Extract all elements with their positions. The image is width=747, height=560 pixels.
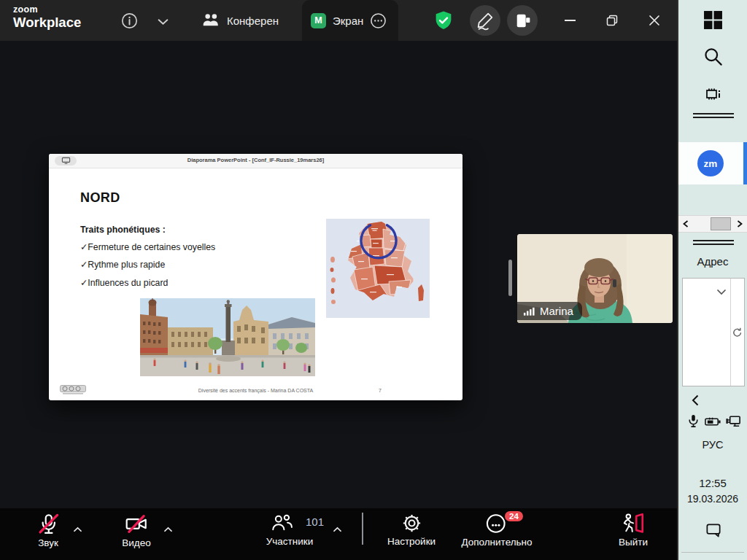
side-panel-icon [513,11,533,31]
participants-label: Участники [266,536,314,547]
dropdown-chevron-button[interactable] [152,11,174,33]
tray-expand-chevron[interactable] [687,392,703,408]
more-label: Дополнительно [461,537,532,548]
annotate-button[interactable] [470,5,500,36]
leave-label: Выйти [619,537,648,548]
restore-button[interactable] [600,10,624,31]
windows-logo-icon [703,10,723,30]
settings-label: Настройки [387,536,436,547]
task-view-button[interactable] [703,84,724,104]
france-regions-map [326,219,430,318]
zoom-app-icon: zm [697,150,724,176]
tab-screen-label: Экран [333,15,363,27]
settings-icon [400,512,423,534]
zoom-workplace-logo: zoom Workplace [13,5,81,29]
tray-network-icon[interactable] [725,414,742,429]
refresh-icon[interactable] [732,327,743,338]
shield-check-icon [433,10,454,31]
close-icon [649,15,660,26]
slide-subheading: Traits phonétiques : [80,225,166,235]
participants-icon [269,512,295,534]
security-shield-button[interactable] [433,9,454,31]
address-toolbar-label: Адрес [678,255,747,268]
powerpoint-window-title: Diaporama PowerPoint - [Conf_IF-Russie_1… [49,157,462,163]
settings-button[interactable]: Настройки [371,512,452,547]
address-dropdown-chevron[interactable] [716,289,727,295]
chevron-down-icon [158,18,169,26]
audio-options-caret[interactable] [73,522,82,535]
video-strip-scrollbar[interactable] [508,260,512,296]
leave-icon [621,512,646,535]
participants-count: 101 [306,516,324,528]
address-input-box[interactable] [682,278,745,386]
slide-page-number: 7 [379,388,382,393]
tab-avatar: M [311,13,326,28]
participant-nametag: Marina [517,302,582,320]
tray-microphone-icon[interactable] [686,413,701,429]
annotate-icon [476,11,495,31]
info-icon [120,12,139,30]
minimize-button[interactable] [557,10,582,31]
slide-title: NORD [80,190,120,206]
search-icon [703,46,724,67]
leave-button[interactable]: Выйти [593,512,673,548]
tray-battery-icon[interactable] [705,416,721,427]
lille-square-photo [140,298,315,376]
taskbar-separator [693,244,734,245]
taskbar-separator [693,113,734,114]
bullet-1: ✓Fermeture de certaines voyelles [80,238,215,256]
zoom-app-taskbar-button[interactable]: zm [678,142,747,184]
window-title-bar: zoom Workplace Конферен [0,0,677,41]
tab-screen-share[interactable]: M Экран [302,0,398,41]
taskbar-separator [693,240,734,241]
signal-icon [523,306,535,316]
more-button[interactable]: Дополнительно [457,512,537,548]
zoom-meeting-screen: zoom Workplace Конферен [0,0,747,560]
task-view-icon [704,85,723,104]
clock-time[interactable]: 12:55 [678,477,747,489]
scrollbar-thumb[interactable] [711,217,731,230]
logo-line2: Workplace [13,16,81,30]
tab-conference-label: Конферен [227,15,279,27]
video-label: Видео [122,537,150,548]
scroll-left-arrow[interactable] [683,220,689,228]
show-desktop-divider[interactable] [681,552,744,553]
close-button[interactable] [642,10,667,31]
participants-options-caret[interactable] [333,522,342,535]
audio-label: Звук [38,537,58,548]
people-icon [201,12,220,29]
bullet-2: ✓Rythme plus rapide [80,256,215,273]
address-box-divider [730,279,731,386]
slide-footer-text: Diversité des accents français - Marina … [49,388,462,393]
tab-options-icon[interactable] [370,12,387,29]
video-options-caret[interactable] [163,522,173,535]
more-notification-badge: 24 [503,510,525,523]
restore-icon [605,14,619,27]
toolbar-divider [362,513,363,545]
participant-video-tile[interactable]: Marina [517,234,673,323]
logo-line1: zoom [13,5,81,15]
taskbar-scrollbar[interactable] [678,215,747,233]
camera-muted-icon [124,512,149,536]
info-button[interactable] [118,9,140,31]
windows-start-button[interactable] [702,9,724,31]
windows-taskbar: zm Адрес [677,0,747,560]
slide-content: NORD Traits phonétiques : ✓Fermeture de … [49,168,462,400]
action-center-icon[interactable] [705,521,723,539]
active-app-indicator [743,142,747,184]
participant-name: Marina [540,305,573,317]
side-panel-button[interactable] [507,5,538,36]
taskbar-separator [693,117,734,118]
minimize-icon [565,20,576,21]
powerpoint-window: Diaporama PowerPoint - [Conf_IF-Russie_1… [49,154,462,400]
powerpoint-titlebar: Diaporama PowerPoint - [Conf_IF-Russie_1… [49,154,462,168]
chevron-left-icon [691,394,700,406]
clock-date[interactable]: 19.03.2026 [678,493,747,505]
slide-bullets: ✓Fermeture de certaines voyelles ✓Rythme… [80,238,215,292]
language-indicator[interactable]: РУС [678,439,747,451]
mic-muted-icon [36,512,61,536]
tab-conference[interactable]: Конферен [193,0,287,41]
bullet-3: ✓Influences du picard [80,274,215,292]
taskbar-search-button[interactable] [702,45,724,67]
scroll-right-arrow[interactable] [737,220,743,228]
